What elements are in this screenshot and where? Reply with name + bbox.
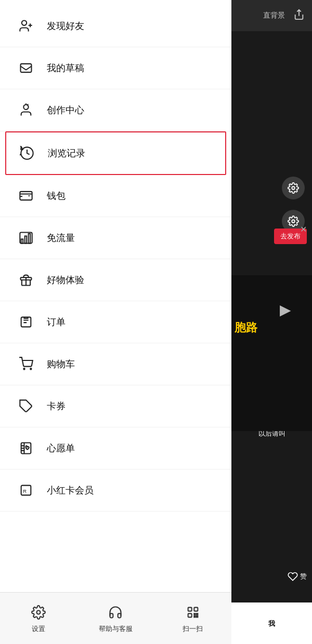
- gift-icon: [16, 270, 36, 290]
- menu-scroll: 发现好友 我的草稿 创作中心: [0, 0, 231, 592]
- right-bottom-nav: 我: [231, 602, 312, 644]
- history-icon: [17, 143, 37, 164]
- like-label: 赞: [300, 572, 307, 581]
- svg-text:R: R: [23, 489, 27, 494]
- wallet-icon: [16, 185, 36, 206]
- menu-item-wishlist[interactable]: 心愿单: [0, 427, 231, 469]
- nav-me-label: 我: [268, 619, 275, 628]
- menu-item-wallet[interactable]: 钱包: [0, 175, 231, 217]
- svg-rect-28: [188, 613, 191, 617]
- svg-point-1: [292, 186, 295, 190]
- drafts-icon: [16, 58, 36, 78]
- svg-rect-14: [29, 234, 31, 244]
- video-thumbnail: ▶ 胞路 ✌️: [231, 275, 312, 431]
- bar-chart-icon: [16, 227, 36, 248]
- menu-item-creation[interactable]: 创作中心: [0, 89, 231, 131]
- svg-rect-27: [194, 607, 198, 611]
- svg-line-9: [28, 104, 28, 105]
- menu-label-find-friends: 发现好友: [47, 20, 84, 32]
- badge-icon: R: [16, 480, 36, 501]
- menu-item-good-exp[interactable]: 好物体验: [0, 259, 231, 301]
- footer-label-settings: 设置: [32, 624, 45, 634]
- menu-panel: 发现好友 我的草稿 创作中心: [0, 0, 231, 644]
- nav-item-me[interactable]: 我: [268, 619, 275, 628]
- menu-label-vip: 小红卡会员: [47, 484, 94, 497]
- menu-item-vip[interactable]: R 小红卡会员: [0, 469, 231, 512]
- footer-item-scan[interactable]: 扫一扫: [154, 603, 231, 634]
- right-top-bar: 直背景: [231, 0, 312, 31]
- menu-label-drafts: 我的草稿: [47, 62, 84, 74]
- headset-icon: [107, 603, 124, 621]
- tag-icon: [16, 396, 36, 417]
- svg-rect-13: [25, 236, 27, 244]
- publish-close-icon[interactable]: ✕: [300, 224, 307, 234]
- right-panel: 直背景 ✕ 去发布 ▶: [231, 0, 312, 644]
- svg-rect-12: [21, 239, 23, 243]
- share-icon[interactable]: [293, 9, 305, 23]
- svg-rect-26: [188, 607, 191, 611]
- menu-item-cart[interactable]: 购物车: [0, 343, 231, 385]
- svg-point-19: [23, 368, 24, 369]
- scan-icon: [184, 603, 202, 621]
- menu-item-drafts[interactable]: 我的草稿: [0, 47, 231, 89]
- footer-item-help[interactable]: 帮助与客服: [77, 603, 154, 634]
- svg-rect-6: [21, 64, 32, 72]
- video-title-text: 胞路: [235, 321, 257, 334]
- like-area[interactable]: 赞: [288, 571, 307, 582]
- svg-point-2: [292, 220, 295, 223]
- svg-point-7: [23, 105, 28, 110]
- menu-item-history[interactable]: 浏览记录: [5, 131, 226, 175]
- cart-icon: [16, 354, 36, 374]
- menu-label-cart: 购物车: [47, 358, 75, 370]
- footer-label-help: 帮助与客服: [99, 624, 133, 634]
- svg-point-25: [37, 610, 41, 614]
- settings-icon: [30, 603, 47, 621]
- clipboard-icon: [16, 312, 36, 332]
- footer-label-scan: 扫一扫: [183, 624, 203, 634]
- menu-label-coupons: 卡券: [47, 400, 66, 412]
- create-icon: [16, 100, 36, 120]
- menu-item-find-friends[interactable]: 发现好友: [0, 5, 231, 47]
- svg-point-3: [22, 21, 27, 25]
- play-icon[interactable]: ▶: [280, 301, 291, 318]
- footer-bar: 设置 帮助与客服 扫一扫: [0, 592, 231, 644]
- menu-label-good-exp: 好物体验: [47, 274, 84, 286]
- wishlist-icon: [16, 438, 36, 459]
- video-title-overlay: 胞路: [231, 317, 312, 339]
- footer-item-settings[interactable]: 设置: [0, 603, 77, 634]
- person-add-icon: [16, 16, 36, 36]
- svg-rect-11: [20, 192, 32, 200]
- menu-label-wallet: 钱包: [47, 190, 66, 202]
- menu-item-orders[interactable]: 订单: [0, 301, 231, 343]
- menu-label-free-data: 免流量: [47, 232, 75, 244]
- right-top-text: 直背景: [263, 11, 285, 20]
- publish-popup: ✕ 去发布: [274, 229, 307, 244]
- menu-label-orders: 订单: [47, 316, 66, 328]
- menu-label-creation: 创作中心: [47, 104, 84, 116]
- menu-item-free-data[interactable]: 免流量: [0, 217, 231, 259]
- svg-point-20: [30, 368, 31, 369]
- menu-item-coupons[interactable]: 卡券: [0, 385, 231, 427]
- menu-label-wishlist: 心愿单: [47, 442, 75, 454]
- menu-label-history: 浏览记录: [48, 147, 85, 159]
- right-circle-icon-1[interactable]: [282, 177, 305, 199]
